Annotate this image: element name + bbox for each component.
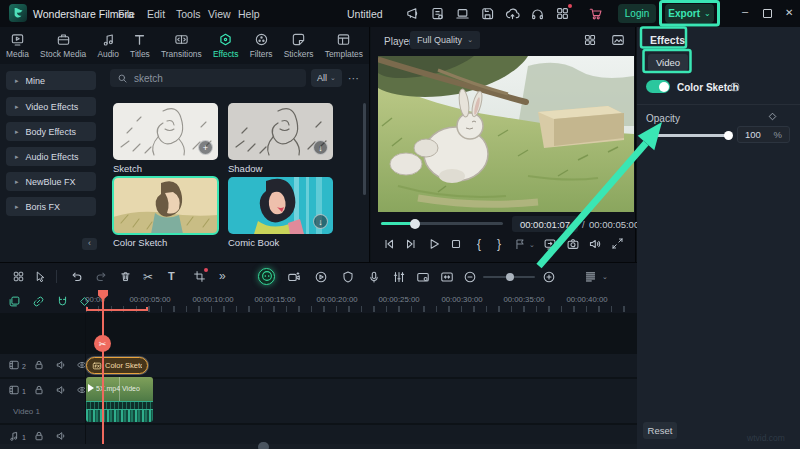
track-manager-button[interactable] xyxy=(584,270,597,283)
undo-button[interactable] xyxy=(70,270,83,283)
multiview-icon[interactable] xyxy=(583,33,597,47)
opacity-keyframe-icon[interactable] xyxy=(767,111,778,122)
tab-stickers[interactable]: Stickers xyxy=(284,32,314,59)
next-frame-button[interactable] xyxy=(404,237,418,251)
timeline-zoom-slider[interactable] xyxy=(483,276,535,278)
lock-track-icon[interactable] xyxy=(33,384,45,396)
zoom-in-button[interactable] xyxy=(542,270,556,284)
auto-ripple-link-icon[interactable] xyxy=(32,295,45,308)
redo-button[interactable] xyxy=(95,270,108,283)
opacity-slider-track[interactable] xyxy=(646,134,729,137)
playback-speed-button[interactable] xyxy=(314,270,328,284)
menu-view[interactable]: View xyxy=(208,8,231,20)
tab-titles[interactable]: Titles xyxy=(130,32,150,59)
reset-button[interactable]: Reset xyxy=(643,422,677,439)
quick-split-button[interactable]: ✂ xyxy=(94,335,111,352)
opacity-value-box[interactable]: 100 % xyxy=(737,126,790,143)
support-icon[interactable] xyxy=(530,6,545,21)
split-scissors-button[interactable]: ✂ xyxy=(143,271,153,283)
category-mine[interactable]: ▸Mine xyxy=(6,71,96,90)
menu-edit[interactable]: Edit xyxy=(147,8,165,20)
timeline-scrollbar[interactable] xyxy=(0,444,637,449)
purchase-cart-icon[interactable] xyxy=(588,6,603,21)
mute-track-icon[interactable] xyxy=(55,359,67,371)
volume-button[interactable] xyxy=(588,237,602,251)
paste-attributes-icon[interactable] xyxy=(8,295,21,308)
tab-transitions[interactable]: Transitions xyxy=(161,32,202,59)
opacity-slider-handle[interactable] xyxy=(724,131,733,140)
menu-tools[interactable]: Tools xyxy=(176,8,201,20)
cloud-upload-icon[interactable] xyxy=(505,6,520,21)
sidebar-collapse-button[interactable]: ‹ xyxy=(82,238,97,250)
tab-media[interactable]: Media xyxy=(6,32,29,59)
select-tool-icon[interactable] xyxy=(34,270,47,283)
quality-dropdown[interactable]: Full Quality ⌄ xyxy=(410,31,480,49)
lock-track-icon[interactable] xyxy=(33,359,45,371)
play-button[interactable] xyxy=(427,237,441,251)
effect-thumb-shadow[interactable]: ↓ xyxy=(228,103,333,160)
zoom-slider-handle[interactable] xyxy=(506,273,514,281)
stop-button[interactable] xyxy=(449,237,463,251)
minimize-button[interactable]: – xyxy=(742,6,748,17)
search-input[interactable] xyxy=(134,73,284,84)
menu-help[interactable]: Help xyxy=(238,8,260,20)
effect-toggle[interactable] xyxy=(646,80,670,93)
whats-new-icon[interactable] xyxy=(405,6,420,21)
lock-track-icon[interactable] xyxy=(33,430,45,442)
subtab-video[interactable]: Video xyxy=(648,54,688,71)
crop-tool-button[interactable] xyxy=(193,270,206,283)
effects-search-box[interactable] xyxy=(110,69,306,87)
audio-mixer-button[interactable] xyxy=(392,270,406,284)
download-effect-icon[interactable]: ↓ xyxy=(313,214,328,229)
timeline-ruler[interactable]: 00:00 00:00:05:00 00:00:10:00 00:00:15:0… xyxy=(0,290,637,313)
menu-file[interactable]: File xyxy=(118,8,135,20)
workspace-layout-icon[interactable] xyxy=(12,270,25,283)
tab-templates[interactable]: Templates xyxy=(325,32,363,59)
playhead-line[interactable] xyxy=(102,290,104,444)
fullscreen-button[interactable] xyxy=(611,237,624,250)
marker-chevron-icon[interactable]: ⌄ xyxy=(529,241,535,248)
save-project-icon[interactable] xyxy=(480,6,495,21)
scrollbar-handle[interactable] xyxy=(258,442,269,449)
seek-handle[interactable] xyxy=(410,219,420,229)
mute-track-icon[interactable] xyxy=(55,430,67,442)
close-button[interactable]: ✕ xyxy=(785,8,793,18)
project-settings-icon[interactable] xyxy=(430,6,445,21)
mark-in-button[interactable]: { xyxy=(477,238,481,250)
category-newblue-fx[interactable]: ▸NewBlue FX xyxy=(6,172,96,191)
snapping-magnet-icon[interactable] xyxy=(56,295,69,308)
delete-clip-button[interactable] xyxy=(119,270,132,283)
effect-thumb-color-sketch[interactable] xyxy=(113,177,218,234)
screen-record-button[interactable] xyxy=(416,270,430,284)
add-effect-icon[interactable]: + xyxy=(198,140,213,155)
marker-flag-button[interactable] xyxy=(513,237,527,251)
mute-track-icon[interactable] xyxy=(55,384,67,396)
device-preview-icon[interactable] xyxy=(455,6,470,21)
download-effect-icon[interactable]: ↓ xyxy=(313,140,328,155)
track-manager-chevron-icon[interactable]: ⌄ xyxy=(602,273,608,280)
tab-effects[interactable]: Effects xyxy=(213,32,238,59)
effect-thumb-sketch[interactable]: + xyxy=(113,103,218,160)
tab-audio[interactable]: Audio xyxy=(97,32,118,59)
category-body-effects[interactable]: ▸Body Effects xyxy=(6,122,96,141)
previous-frame-button[interactable] xyxy=(382,237,396,251)
text-tool-button[interactable]: T xyxy=(168,271,175,282)
zoom-out-button[interactable] xyxy=(463,270,477,284)
speed-ramp-button[interactable] xyxy=(287,270,301,284)
snapshot-button[interactable] xyxy=(566,237,580,251)
category-audio-effects[interactable]: ▸Audio Effects xyxy=(6,147,96,166)
more-options-icon[interactable]: ⋯ xyxy=(348,73,359,84)
login-button[interactable]: Login xyxy=(618,4,656,23)
tab-filters[interactable]: Filters xyxy=(250,32,273,59)
more-tools-button[interactable]: » xyxy=(219,270,226,282)
effect-clip-color-sketch[interactable]: Color Sketch xyxy=(86,357,148,374)
maximize-button[interactable] xyxy=(763,9,772,18)
video-scope-icon[interactable] xyxy=(611,33,625,47)
mirror-display-button[interactable] xyxy=(543,237,557,251)
resource-center-icon[interactable] xyxy=(555,6,570,21)
ai-copilot-button[interactable] xyxy=(258,268,275,285)
motion-tracking-button[interactable] xyxy=(341,270,355,284)
voiceover-button[interactable] xyxy=(367,270,381,284)
export-button[interactable]: Export ⌄ xyxy=(665,4,714,23)
mark-out-button[interactable]: } xyxy=(497,238,501,250)
